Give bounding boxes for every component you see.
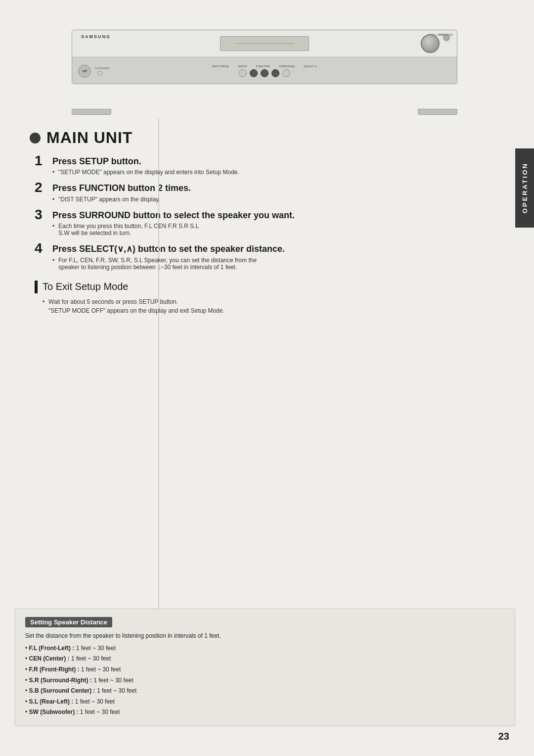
item-label-6: S.L (Rear-Left) : xyxy=(29,698,74,705)
step-4-title: Press SELECT(∨,∧) button to set the spea… xyxy=(52,243,490,255)
surround-label: SURROUND xyxy=(439,33,453,36)
info-box: Setting Speaker Distance Set the distanc… xyxy=(15,609,515,726)
ctrl-label-5: SELECT ∧ xyxy=(304,65,317,68)
receiver-unit: SAMSUNG VOLUME SURROUND off xyxy=(72,30,457,109)
step-1-content: Press SETUP button. "SETUP MODE" appears… xyxy=(52,156,490,176)
receiver-bottom: off STANDBY INPUT MODE SETUP FUNCTION xyxy=(72,57,457,84)
info-box-title: Setting Speaker Distance xyxy=(25,617,112,627)
item-label-3: F.R (Front-Right) : xyxy=(29,666,80,673)
ctrl-btn-5 xyxy=(282,69,290,77)
step-3-desc: Each time you press this button, F.L CEN… xyxy=(52,223,490,230)
ctrl-btn-4 xyxy=(271,69,279,77)
list-item: SW (Subwoofer) : 1 feet ~ 30 feet xyxy=(25,707,505,718)
step-2-number: 2 xyxy=(35,181,49,194)
step-1: 1 Press SETUP button. "SETUP MODE" appea… xyxy=(35,156,490,176)
item-label-5: S.B (Surround Center) : xyxy=(29,687,95,694)
page-number: 23 xyxy=(498,731,509,742)
section-header: MAIN UNIT xyxy=(30,129,490,147)
exit-section: To Exit Setup Mode Wait for about 5 seco… xyxy=(35,281,490,315)
ctrl-label-3: FUNCTION xyxy=(256,65,270,68)
display-line xyxy=(235,44,294,44)
section-bullet-icon xyxy=(30,133,41,143)
standby-label: STANDBY xyxy=(95,67,110,70)
step-4-content: Press SELECT(∨,∧) button to set the spea… xyxy=(52,243,490,270)
ctrl-btn-3 xyxy=(261,69,268,77)
item-label-7: SW (Subwoofer) : xyxy=(29,709,79,715)
item-label-4: S.R (Surround-Right) : xyxy=(29,677,92,684)
step-2: 2 Press FUNCTION button 2 times. "DIST S… xyxy=(35,183,490,202)
list-item: S.L (Rear-Left) : 1 feet ~ 30 feet xyxy=(25,697,505,708)
left-controls: off STANDBY xyxy=(72,65,110,78)
operation-tab: OPERATION xyxy=(515,148,534,228)
step-3-title: Press SURROUND button to select the spea… xyxy=(52,210,490,221)
item-label-1: F.L (Front-Left) : xyxy=(29,645,75,652)
step-2-title: Press FUNCTION button 2 times. xyxy=(52,183,490,194)
control-labels-row: INPUT MODE SETUP FUNCTION SURROUND SELEC… xyxy=(212,65,317,68)
operation-tab-label: OPERATION xyxy=(521,162,529,213)
ctrl-label-2: SETUP xyxy=(238,65,247,68)
step-4-desc: For F.L, CEN, F.R, SW, S.R, S.L Speaker,… xyxy=(52,257,490,264)
receiver-display xyxy=(220,36,309,51)
step-2-content: Press FUNCTION button 2 times. "DIST SET… xyxy=(52,183,490,202)
volume-knob xyxy=(421,34,440,53)
exit-desc2: "SETUP MODE OFF" appears on the display … xyxy=(48,307,224,314)
control-buttons-row xyxy=(239,69,290,77)
step-4-desc2: speaker to listening position between 1~… xyxy=(52,264,490,271)
item-label-2: CEN (Center) : xyxy=(29,655,70,662)
ctrl-btn-1 xyxy=(239,69,247,77)
exit-title: To Exit Setup Mode xyxy=(43,281,128,292)
ctrl-label-4: SURROUND xyxy=(279,65,295,68)
ctrl-btn-2 xyxy=(250,69,258,77)
list-item: F.L (Front-Left) : 1 feet ~ 30 feet xyxy=(25,643,505,654)
main-section: MAIN UNIT 1 Press SETUP button. "SETUP M… xyxy=(30,129,514,315)
foot-left xyxy=(72,109,111,115)
step-1-title: Press SETUP button. xyxy=(52,156,490,167)
step-1-number: 1 xyxy=(35,154,49,168)
steps-container: 1 Press SETUP button. "SETUP MODE" appea… xyxy=(35,156,490,271)
step-4-number: 4 xyxy=(35,241,49,255)
list-item: CEN (Center) : 1 feet ~ 30 feet xyxy=(25,654,505,664)
list-item: S.R (Surround-Right) : 1 feet ~ 30 feet xyxy=(25,675,505,686)
standby-dot xyxy=(97,71,102,76)
device-illustration: SAMSUNG VOLUME SURROUND off xyxy=(15,15,514,124)
step-3-content: Press SURROUND button to select the spea… xyxy=(52,210,490,236)
list-item: F.R (Front-Right) : 1 feet ~ 30 feet xyxy=(25,664,505,675)
section-title: MAIN UNIT xyxy=(46,129,133,147)
center-controls: INPUT MODE SETUP FUNCTION SURROUND SELEC… xyxy=(212,65,317,77)
info-box-list: F.L (Front-Left) : 1 feet ~ 30 feet CEN … xyxy=(25,643,505,718)
receiver-top: SAMSUNG VOLUME SURROUND xyxy=(72,30,457,57)
page: SAMSUNG VOLUME SURROUND off xyxy=(0,0,534,756)
step-4: 4 Press SELECT(∨,∧) button to set the sp… xyxy=(35,243,490,270)
standby-button: off xyxy=(78,65,91,78)
exit-desc: Wait for about 5 seconds or press SETUP … xyxy=(43,297,490,315)
step-3-desc2: S.W will be selected in turn. xyxy=(52,230,490,236)
step-2-desc: "DIST SETUP" appears on the display. xyxy=(52,196,490,203)
step-3: 3 Press SURROUND button to select the sp… xyxy=(35,210,490,236)
list-item: S.B (Surround Center) : 1 feet ~ 30 feet xyxy=(25,686,505,697)
foot-right xyxy=(418,109,457,115)
info-box-intro: Set the distance from the speaker to lis… xyxy=(25,632,505,639)
receiver-body: SAMSUNG VOLUME SURROUND off xyxy=(72,30,457,84)
ctrl-label-1: INPUT MODE xyxy=(212,65,229,68)
step-1-desc: "SETUP MODE" appears on the display and … xyxy=(52,169,490,176)
step-3-number: 3 xyxy=(35,208,49,222)
exit-header: To Exit Setup Mode xyxy=(35,281,490,293)
brand-label: SAMSUNG xyxy=(81,34,111,39)
exit-bar-icon xyxy=(35,281,38,293)
